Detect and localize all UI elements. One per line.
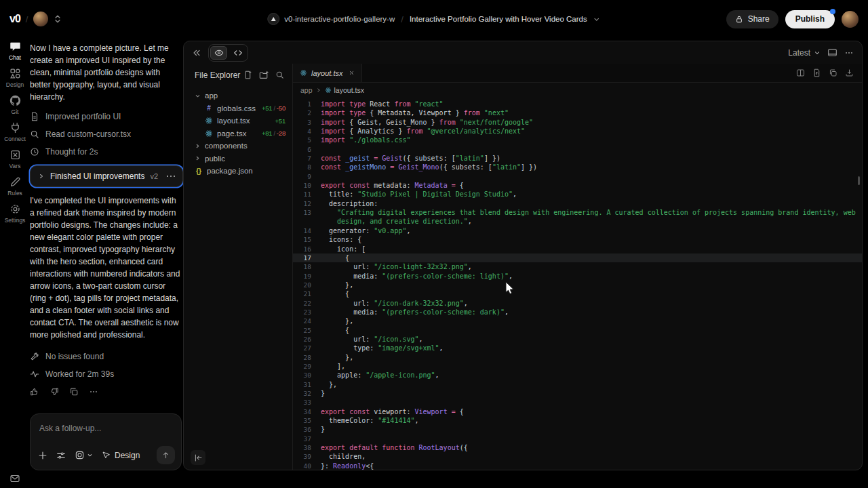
file-row-globals-css[interactable]: # globals.css +51/-50 bbox=[205, 102, 292, 115]
copy-icon[interactable] bbox=[69, 387, 79, 396]
code-area[interactable]: 1import type React from "react"2import t… bbox=[293, 98, 862, 470]
code-line[interactable]: 16 icon: [ bbox=[293, 245, 862, 253]
new-file-icon[interactable] bbox=[243, 70, 252, 79]
code-line[interactable]: 18 url: "/icon-light-32x32.png", bbox=[293, 262, 862, 271]
sidebar-item-chat[interactable]: Chat bbox=[0, 41, 30, 61]
project-badge[interactable]: v0-interactive-portfolio-gallery-w bbox=[267, 13, 395, 25]
design-mode-button[interactable]: Design bbox=[102, 451, 140, 460]
code-line[interactable]: design, and creative direction.", bbox=[293, 217, 862, 226]
code-line[interactable]: 4import { Analytics } from "@vercel/anal… bbox=[293, 127, 862, 136]
code-line[interactable]: 27 type: "image/svg+xml", bbox=[293, 344, 862, 352]
export-file-icon[interactable] bbox=[812, 68, 821, 77]
code-line[interactable]: 23 media: "(prefers-color-scheme: dark)"… bbox=[293, 308, 862, 317]
user-avatar[interactable] bbox=[842, 11, 859, 28]
code-line[interactable]: 15 icons: { bbox=[293, 235, 862, 244]
code-line[interactable]: 10export const metadata: Metadata = { bbox=[293, 181, 862, 190]
scrollbar-thumb[interactable] bbox=[858, 176, 860, 185]
download-icon[interactable] bbox=[845, 68, 854, 77]
status-worked-duration[interactable]: Worked for 2m 39s bbox=[30, 365, 183, 383]
sidebar-item-design[interactable]: Design bbox=[0, 68, 30, 88]
code-line[interactable]: 3import { Geist, Geist_Mono } from "next… bbox=[293, 118, 862, 127]
code-line[interactable]: 38export default function RootLayout({ bbox=[293, 443, 862, 452]
collapse-panel-icon[interactable] bbox=[192, 48, 201, 58]
breadcrumb-file[interactable]: layout.tsx bbox=[325, 86, 364, 94]
publish-button[interactable]: Publish bbox=[785, 10, 835, 28]
code-line[interactable]: 13 "Crafting digital experiences that bl… bbox=[293, 208, 862, 217]
file-row-layout-tsx[interactable]: layout.tsx +51 bbox=[205, 115, 292, 127]
v0-logo[interactable]: v0 bbox=[9, 13, 20, 25]
code-line[interactable]: 20 }, bbox=[293, 281, 862, 289]
search-files-icon[interactable] bbox=[275, 70, 284, 79]
plus-icon[interactable] bbox=[38, 451, 47, 460]
status-no-issues[interactable]: No issues found bbox=[30, 348, 183, 365]
code-line[interactable]: 37 bbox=[293, 434, 862, 443]
collapse-explorer-button[interactable] bbox=[191, 450, 205, 465]
preview-toggle-button[interactable] bbox=[210, 46, 227, 60]
code-line[interactable]: 28 }, bbox=[293, 353, 862, 362]
chat-title[interactable]: Interactive Portfolio Gallery with Hover… bbox=[410, 15, 587, 23]
breadcrumb-app[interactable]: app bbox=[300, 86, 313, 94]
team-switcher-icon[interactable] bbox=[54, 14, 62, 24]
code-line[interactable]: 8const _geistMono = Geist_Mono({ subsets… bbox=[293, 163, 862, 171]
send-button[interactable] bbox=[157, 446, 175, 464]
folder-row-public[interactable]: public bbox=[195, 152, 292, 165]
folder-row-app[interactable]: app bbox=[195, 89, 292, 102]
sidebar-item-vars[interactable]: Vars bbox=[0, 149, 30, 169]
split-view-icon[interactable] bbox=[796, 68, 805, 77]
feedback-mail-button[interactable] bbox=[0, 473, 30, 484]
code-line[interactable]: 9 bbox=[293, 172, 862, 181]
code-line[interactable]: 12 description: bbox=[293, 199, 862, 208]
step-improved-portfolio-ui[interactable]: Improved portfolio UI bbox=[30, 108, 183, 125]
code-line[interactable]: 30 apple: "/apple-icon.png", bbox=[293, 371, 862, 380]
ellipsis-icon[interactable] bbox=[89, 387, 98, 396]
code-line[interactable]: 22 url: "/icon-dark-32x32.png", bbox=[293, 299, 862, 308]
code-line[interactable]: 32} bbox=[293, 389, 862, 398]
file-row-page-tsx[interactable]: page.tsx +81/-28 bbox=[205, 127, 292, 140]
code-line[interactable]: 2import type { Metadata, Viewport } from… bbox=[293, 108, 862, 117]
code-line[interactable]: 35 themeColor: "#141414", bbox=[293, 416, 862, 425]
version-selector[interactable]: Latest bbox=[788, 48, 821, 58]
code-line[interactable]: 40}: Readonly<{ bbox=[293, 462, 862, 470]
code-line[interactable]: 25 { bbox=[293, 326, 862, 335]
code-line[interactable]: 17 { bbox=[293, 253, 862, 262]
share-button[interactable]: Share bbox=[726, 10, 778, 28]
code-line[interactable]: 14 generator: "v0.app", bbox=[293, 226, 862, 235]
more-options-icon[interactable] bbox=[167, 176, 176, 178]
code-line[interactable]: 29 ], bbox=[293, 362, 862, 371]
folder-row-components[interactable]: components bbox=[195, 140, 292, 152]
code-line[interactable]: 24 }, bbox=[293, 317, 862, 325]
code-line[interactable]: 31 }, bbox=[293, 380, 862, 389]
sidebar-item-settings[interactable]: Settings bbox=[0, 203, 30, 224]
followup-input[interactable] bbox=[38, 423, 176, 434]
sidebar-item-connect[interactable]: Connect bbox=[0, 122, 30, 142]
code-line[interactable]: 7const _geist = Geist({ subsets: ["latin… bbox=[293, 154, 862, 163]
code-line[interactable]: 1import type React from "react" bbox=[293, 100, 862, 108]
code-line[interactable]: 21 { bbox=[293, 289, 862, 298]
more-options-icon[interactable] bbox=[844, 48, 854, 58]
team-avatar[interactable] bbox=[33, 12, 48, 26]
step-thought[interactable]: Thought for 2s bbox=[30, 143, 183, 161]
finished-task-card[interactable]: Finished UI improvements v2 bbox=[30, 165, 183, 187]
code-toggle-button[interactable] bbox=[229, 46, 246, 60]
chevron-down-icon[interactable] bbox=[593, 16, 601, 23]
new-folder-icon[interactable] bbox=[259, 70, 269, 80]
code-line[interactable]: 26 url: "/icon.svg", bbox=[293, 335, 862, 344]
code-line[interactable]: 33 bbox=[293, 398, 862, 407]
code-line[interactable]: 6 bbox=[293, 145, 862, 154]
sliders-icon[interactable] bbox=[56, 451, 66, 460]
source-picker[interactable] bbox=[75, 450, 93, 460]
sidebar-item-git[interactable]: Git bbox=[0, 95, 30, 115]
close-icon[interactable] bbox=[349, 70, 355, 76]
thumbs-down-icon[interactable] bbox=[50, 387, 59, 396]
browser-icon[interactable] bbox=[827, 47, 837, 58]
tab-layout-tsx[interactable]: layout.tsx bbox=[293, 64, 362, 82]
code-line[interactable]: 36} bbox=[293, 425, 862, 434]
sidebar-item-rules[interactable]: Rules bbox=[0, 176, 30, 197]
copy-icon[interactable] bbox=[829, 68, 837, 77]
code-line[interactable]: 5import "./globals.css" bbox=[293, 136, 862, 144]
code-line[interactable]: 11 title: "Studio Pixel | Digital Design… bbox=[293, 190, 862, 199]
thumbs-up-icon[interactable] bbox=[30, 387, 39, 396]
code-line[interactable]: 39 children, bbox=[293, 452, 862, 461]
followup-input-card[interactable]: Design bbox=[30, 413, 182, 470]
code-line[interactable]: 34export const viewport: Viewport = { bbox=[293, 407, 862, 416]
